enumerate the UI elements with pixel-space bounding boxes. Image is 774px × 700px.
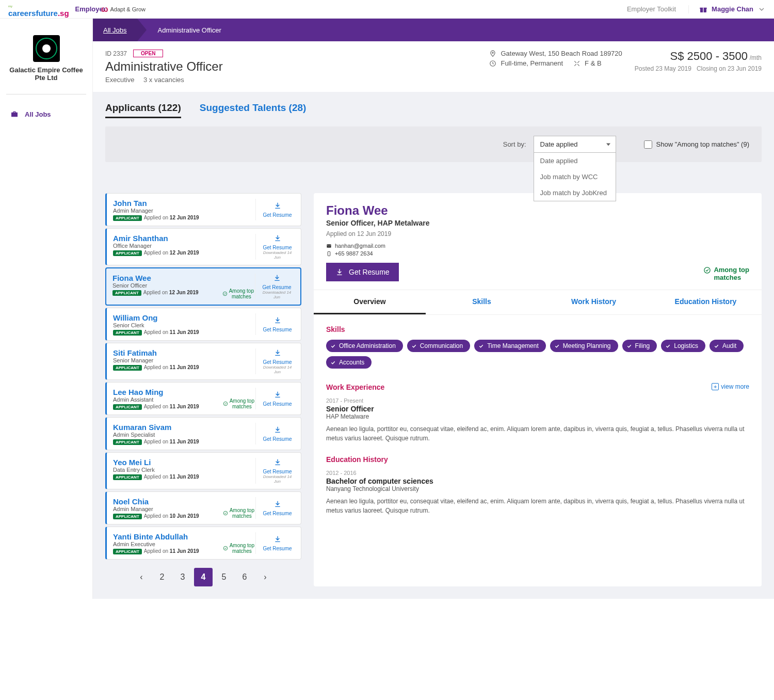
adapt-grow-text: Adapt & Grow: [110, 6, 146, 12]
detail-tab-work[interactable]: Work History: [538, 290, 650, 314]
download-icon: [273, 500, 282, 508]
top-match-badge: Among topmatches: [222, 288, 254, 299]
top-match-badge: Among topmatches: [223, 543, 254, 554]
skill-pill: Meeting Planning: [550, 340, 618, 352]
employer-toolkit-link[interactable]: Employer Toolkit: [627, 5, 676, 13]
download-icon: [273, 234, 282, 242]
breadcrumb-all-jobs[interactable]: All Jobs: [93, 19, 137, 41]
detail-tab-skills[interactable]: Skills: [426, 290, 538, 314]
get-resume-label: Get Resume: [263, 212, 292, 218]
get-resume-label: Get Resume: [263, 469, 292, 474]
detail-name: Fiona Wee: [326, 203, 749, 218]
logo[interactable]: my careersfuture.sg Employer: [8, 1, 101, 18]
applicant-card[interactable]: Yanti Binte AbdullahAdmin ExecutiveAPPLI…: [105, 527, 301, 560]
main-tabs: Applicants (122) Suggested Talents (28): [93, 92, 774, 118]
applicant-role: Data Entry Clerk: [113, 467, 255, 473]
applicant-card[interactable]: Fiona WeeSenior OfficerAPPLICANTApplied …: [105, 267, 301, 306]
clock-icon: [489, 60, 496, 67]
job-id: ID 2337: [105, 50, 127, 57]
svg-rect-10: [328, 251, 330, 256]
applicant-card[interactable]: John TanAdmin ManagerAPPLICANTApplied on…: [105, 193, 301, 226]
applicant-role: Admin Specialist: [113, 432, 255, 438]
get-resume-action[interactable]: Get Resume: [255, 532, 295, 554]
applicant-card[interactable]: Yeo Mei LiData Entry ClerkAPPLICANTAppli…: [105, 452, 301, 489]
show-top-matches-toggle[interactable]: Show "Among top matches" (9): [644, 140, 749, 149]
page-4[interactable]: 4: [194, 568, 213, 586]
get-resume-action[interactable]: Get Resume: [255, 423, 295, 444]
edu-school: Nanyang Technological University: [326, 485, 749, 492]
detail-applied: Applied on 12 Jun 2019: [326, 230, 749, 237]
page-3[interactable]: 3: [173, 568, 192, 586]
applicant-card[interactable]: Siti FatimahSenior ManagerAPPLICANTAppli…: [105, 343, 301, 380]
detail-tab-overview[interactable]: Overview: [314, 290, 426, 314]
applicant-card[interactable]: Noel ChiaAdmin ManagerAPPLICANTApplied o…: [105, 491, 301, 524]
applicant-card[interactable]: Amir ShanthanOffice ManagerAPPLICANTAppl…: [105, 228, 301, 265]
skill-label: Accounts: [339, 359, 364, 366]
applicant-name: Siti Fatimah: [113, 348, 255, 357]
sort-option[interactable]: Date applied: [534, 153, 616, 169]
detail-tab-education[interactable]: Education History: [650, 290, 762, 314]
applicant-badge: APPLICANT: [113, 250, 142, 256]
svg-point-11: [704, 267, 710, 273]
tab-suggested-talents[interactable]: Suggested Talents (28): [200, 102, 307, 118]
applicant-role: Senior Manager: [113, 357, 255, 363]
applicant-name: Lee Hao Ming: [113, 388, 255, 396]
applicant-card[interactable]: William OngSenior ClerkAPPLICANTApplied …: [105, 308, 301, 341]
user-name: Maggie Chan: [712, 5, 753, 13]
logo-suffix: .sg: [58, 9, 69, 18]
get-resume-label: Get Resume: [349, 268, 390, 276]
adapt-grow-logo[interactable]: ω Adapt & Grow: [101, 5, 146, 14]
tab-applicants[interactable]: Applicants (122): [105, 102, 181, 118]
get-resume-action[interactable]: Get ResumeDownloaded 14 Jun: [255, 348, 295, 374]
applicant-badge: APPLICANT: [113, 330, 142, 336]
sort-option[interactable]: Job match by JobKred: [534, 185, 616, 201]
get-resume-label: Get Resume: [263, 359, 292, 365]
detail-role-company: Senior Officer, HAP Metalware: [326, 219, 749, 227]
download-icon: [273, 535, 282, 543]
email-icon: [326, 243, 332, 249]
download-icon: [273, 274, 281, 282]
page-prev[interactable]: ‹: [132, 568, 151, 586]
sort-dropdown: Date appliedJob match by WCCJob match by…: [534, 152, 616, 201]
edu-desc: Aenean leo ligula, porttitor eu, consequ…: [326, 497, 749, 515]
get-resume-action[interactable]: Get ResumeDownloaded 14 Jun: [255, 274, 294, 299]
applicant-card[interactable]: Kumaran SivamAdmin SpecialistAPPLICANTAp…: [105, 417, 301, 450]
applicant-card[interactable]: Lee Hao MingAdmin AssistantAPPLICANTAppl…: [105, 382, 301, 415]
page-6[interactable]: 6: [235, 568, 254, 586]
page-5[interactable]: 5: [215, 568, 233, 586]
page-2[interactable]: 2: [153, 568, 171, 586]
applicant-name: John Tan: [113, 199, 255, 208]
get-resume-action[interactable]: Get Resume: [255, 497, 295, 519]
get-resume-action[interactable]: Get Resume: [255, 313, 295, 335]
show-top-matches-checkbox[interactable]: [644, 140, 652, 149]
location-icon: [489, 50, 496, 57]
get-resume-label: Get Resume: [263, 401, 292, 407]
user-menu[interactable]: Maggie Chan: [688, 5, 766, 13]
salary-unit: /mth: [750, 54, 762, 61]
posted-date: Posted 23 May 2019: [635, 65, 691, 72]
check-circle-icon: [223, 401, 228, 406]
sidebar-item-all-jobs[interactable]: All Jobs: [6, 107, 86, 121]
skill-label: Logistics: [674, 342, 698, 349]
sort-option[interactable]: Job match by WCC: [534, 169, 616, 185]
skill-label: Communication: [420, 342, 463, 349]
logo-prefix: my: [8, 5, 12, 8]
sort-select[interactable]: Date applied Date appliedJob match by WC…: [534, 136, 616, 153]
applicant-applied: APPLICANTApplied on 11 Jun 2019: [113, 364, 255, 370]
get-resume-action[interactable]: Get ResumeDownloaded 14 Jun: [255, 234, 295, 260]
view-more-link[interactable]: +view more: [712, 383, 749, 390]
page-next[interactable]: ›: [256, 568, 275, 586]
get-resume-action[interactable]: Get ResumeDownloaded 14 Jun: [255, 458, 295, 484]
work-company: HAP Metalware: [326, 413, 749, 420]
get-resume-action[interactable]: Get Resume: [255, 388, 295, 409]
downloaded-date: Downloaded 14 Jun: [260, 365, 295, 374]
applicant-name: Fiona Wee: [112, 274, 255, 282]
svg-point-6: [223, 402, 228, 406]
skill-pills: Office AdministrationCommunicationTime M…: [326, 340, 749, 369]
skill-pill: Time Management: [474, 340, 546, 352]
get-resume-button[interactable]: Get Resume: [326, 263, 399, 281]
applicant-name: Amir Shanthan: [113, 234, 255, 243]
get-resume-action[interactable]: Get Resume: [255, 199, 295, 220]
get-resume-label: Get Resume: [263, 546, 292, 551]
check-circle-icon: [223, 546, 228, 551]
